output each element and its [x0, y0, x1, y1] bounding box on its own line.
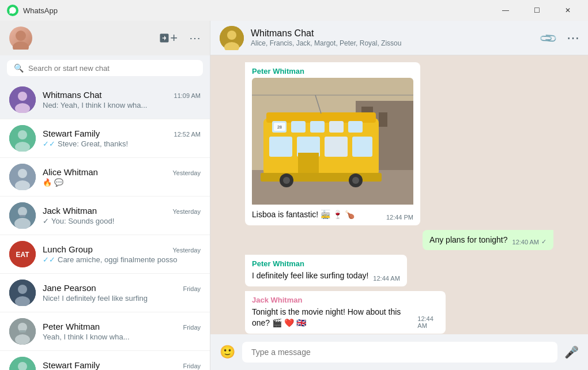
chat-info-top: Jack Whitman Yesterday: [43, 206, 201, 216]
chat-avatar-jack: [9, 202, 36, 229]
messages-container: Peter Whitman: [210, 55, 588, 334]
chat-name: Whitmans Chat: [43, 90, 102, 100]
chat-preview: 🔥 💬: [43, 178, 201, 187]
sidebar-actions: + ⋯: [159, 31, 201, 45]
chat-preview: Nice! I definitely feel like surfing: [43, 294, 201, 303]
message-time: 12:44 AM: [417, 315, 438, 329]
svg-rect-45: [352, 137, 372, 157]
chat-list: Whitmans Chat 11:09 AM Ned: Yeah, I thin…: [0, 81, 210, 370]
chat-info-top: Stewart Family Friday: [43, 360, 201, 370]
chat-item-jane[interactable]: Jane Pearson Friday Nice! I definitely f…: [0, 274, 210, 312]
message-3: Peter Whitman I definitely feel like sur…: [245, 255, 407, 286]
emoji-button[interactable]: 🙂: [220, 345, 235, 360]
chat-time: Yesterday: [172, 208, 201, 215]
message-image: 28: [252, 78, 413, 207]
chat-avatar-lunch: EAT: [9, 241, 36, 267]
chat-item-lunch[interactable]: EAT Lunch Group Yesterday ✓✓ Care amiche…: [0, 235, 210, 274]
app-logo: [7, 5, 18, 16]
tick-icon: ✓✓: [43, 255, 55, 264]
chat-name: Jane Pearson: [43, 283, 96, 293]
new-chat-button[interactable]: +: [159, 32, 178, 44]
app-title: WhatsApp: [23, 6, 58, 15]
chat-preview: ✓ You: Sounds good!: [43, 217, 201, 225]
svg-point-28: [227, 31, 236, 40]
chat-info-peter: Peter Whitman Friday Yeah, I think I kno…: [43, 322, 201, 341]
message-text-row: I definitely feel like surfing today! 12…: [252, 270, 400, 282]
chat-item-jack[interactable]: Jack Whitman Yesterday ✓ You: Sounds goo…: [0, 197, 210, 235]
svg-rect-33: [379, 112, 387, 127]
chat-avatar-peter: [9, 318, 36, 345]
chat-header-name: Whitmans Chat: [251, 28, 534, 39]
chat-time: Yesterday: [172, 247, 201, 254]
message-sender: Jack Whitman: [252, 296, 439, 304]
chat-item-peter[interactable]: Peter Whitman Friday Yeah, I think I kno…: [0, 312, 210, 351]
sidebar: + ⋯ 🔍: [0, 21, 210, 370]
message-meta: 12:44 AM: [373, 275, 399, 282]
attachment-button[interactable]: 📎: [538, 28, 558, 48]
search-bar: 🔍: [0, 55, 210, 81]
search-input[interactable]: [28, 64, 196, 73]
chat-header-info: Whitmans Chat Alice, Francis, Jack, Marg…: [251, 28, 534, 47]
chat-preview-text: Ned: Yeah, I think I know wha...: [43, 101, 147, 110]
message-time: 12:44 AM: [373, 275, 399, 282]
chat-header-avatar[interactable]: [220, 26, 244, 50]
message-text: Lisboa is fantastic! 🚋 🍷 🍗: [252, 209, 355, 221]
svg-point-18: [18, 285, 27, 294]
message-text-row: Tonight is the movie night! How about th…: [252, 307, 439, 329]
svg-point-0: [16, 31, 26, 41]
chat-preview: ✓✓ Care amiche, oggi finalmente posso: [43, 255, 201, 264]
chat-name: Alice Whitman: [43, 167, 98, 177]
chat-item-stewart[interactable]: Stewart Family 12:52 AM ✓✓ Steve: Great,…: [0, 119, 210, 158]
chat-preview-text: Yeah, I think I know wha...: [43, 333, 130, 341]
chat-preview-text: Nice! I definitely feel like surfing: [43, 294, 148, 303]
message-text-row: Lisboa is fantastic! 🚋 🍷 🍗 12:44 PM: [252, 209, 413, 221]
svg-rect-41: [348, 121, 363, 133]
minimize-button[interactable]: —: [492, 1, 519, 20]
chat-avatar-whitmans: [9, 86, 36, 113]
titlebar: WhatsApp — ☐ ✕: [0, 0, 588, 21]
message-text: Any plans for tonight?: [429, 235, 507, 246]
message-meta: 12:44 PM: [386, 214, 413, 221]
chat-info-top: Peter Whitman Friday: [43, 322, 201, 331]
message-sender: Peter Whitman: [252, 259, 400, 268]
chat-item-whitmans[interactable]: Whitmans Chat 11:09 AM Ned: Yeah, I thin…: [0, 81, 210, 119]
chat-info-jack: Jack Whitman Yesterday ✓ You: Sounds goo…: [43, 206, 201, 225]
input-bar: 🙂 🎤: [210, 334, 588, 370]
close-button[interactable]: ✕: [555, 1, 581, 20]
maximize-button[interactable]: ☐: [523, 1, 550, 20]
message-text: Tonight is the movie night! How about th…: [252, 307, 413, 329]
chat-item-stewart2[interactable]: Stewart Family Friday Steve: Great, than…: [0, 351, 210, 370]
chat-info-top: Jane Pearson Friday: [43, 283, 201, 293]
chat-more-options[interactable]: ⋯: [567, 31, 579, 46]
current-user-avatar[interactable]: [9, 27, 32, 50]
chat-time: Friday: [183, 324, 201, 331]
chat-info-jane: Jane Pearson Friday Nice! I definitely f…: [43, 283, 201, 303]
svg-point-9: [18, 169, 27, 178]
chat-info-whitmans: Whitmans Chat 11:09 AM Ned: Yeah, I thin…: [43, 90, 201, 110]
svg-rect-39: [310, 121, 325, 133]
message-1: Peter Whitman: [245, 62, 420, 225]
chat-avatar-alice: [9, 164, 36, 190]
tick-icon: ✓: [43, 217, 49, 225]
main-layout: + ⋯ 🔍: [0, 21, 588, 370]
chat-time: Friday: [183, 363, 201, 369]
chat-item-alice[interactable]: Alice Whitman Yesterday 🔥 💬: [0, 158, 210, 197]
chat-time: 11:09 AM: [174, 92, 201, 99]
svg-rect-44: [325, 137, 348, 157]
chat-info-stewart2: Stewart Family Friday Steve: Great, than…: [43, 360, 201, 370]
search-input-wrap: 🔍: [7, 60, 203, 76]
svg-rect-42: [269, 137, 292, 157]
more-options-button[interactable]: ⋯: [189, 31, 201, 45]
chat-name: Jack Whitman: [43, 206, 97, 216]
chat-avatar-stewart: [9, 125, 36, 152]
svg-point-51: [352, 177, 359, 184]
chat-header-members: Alice, Francis, Jack, Margot, Peter, Roy…: [251, 39, 534, 47]
svg-text:28: 28: [277, 125, 282, 129]
message-input[interactable]: [242, 342, 557, 363]
chat-name: Stewart Family: [43, 129, 100, 138]
message-sender: Peter Whitman: [252, 67, 413, 75]
titlebar-left: WhatsApp: [7, 5, 58, 16]
microphone-button[interactable]: 🎤: [564, 345, 579, 359]
svg-text:EAT: EAT: [16, 251, 29, 259]
chat-info-alice: Alice Whitman Yesterday 🔥 💬: [43, 167, 201, 187]
